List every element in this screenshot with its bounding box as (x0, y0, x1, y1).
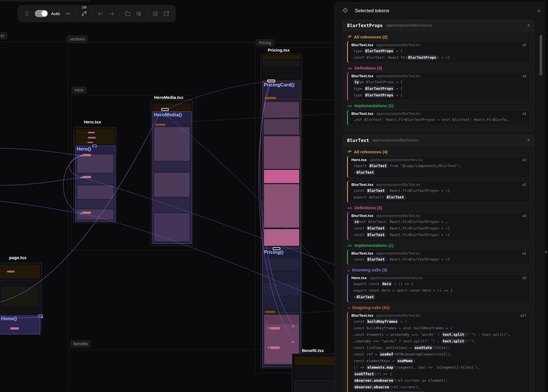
code-text: : React.FC<BlurTextProps> = ({ (385, 233, 450, 237)
connector-tag[interactable] (92, 145, 97, 147)
reference-group-header[interactable]: Hero.tsxapp/(home)/sections/Hero/Hero.ts… (351, 158, 526, 162)
reference-group[interactable]: BlurText.tsxapp/components/BlurText.tsxx… (347, 212, 530, 240)
forward-icon[interactable] (108, 11, 115, 17)
code-line[interactable]: import BlurText from "@/app/components/B… (351, 163, 526, 169)
reference-group-header[interactable]: BlurText.tsxapp/components/BlurText.tsxx… (351, 182, 526, 187)
code-line[interactable]: const BlurText: React.FC<BlurTextProps> … (351, 231, 526, 238)
section-header-implementations[interactable]: <>Implementations (1) (348, 103, 530, 108)
section-header-incoming[interactable]: ↙Incoming calls (3) (348, 268, 530, 272)
auto-toggle[interactable] (35, 10, 48, 17)
section-header-definitions[interactable]: <>Definitions (3) (348, 66, 530, 70)
code-line[interactable]: …onst elements = animateBy === "words" ?… (351, 331, 526, 338)
code-line[interactable]: <BlurText (351, 294, 526, 300)
reference-group[interactable]: BlurText.tsxapp/components/BlurText.tsxx… (347, 72, 530, 101)
reference-group[interactable]: BlurText.tsxapp/components/BlurText.tsxx… (347, 110, 530, 125)
token-cards-scroll[interactable]: BlurTextPropsapp/components/BlurText.tsx… (335, 19, 548, 392)
reference-group-header[interactable]: BlurText.tsxapp/components/BlurText.tsxx… (351, 313, 526, 318)
file-node-pricing[interactable]: PricingCard() Pricing() (261, 54, 302, 368)
code-line[interactable]: type BlurTextProps = { (351, 85, 526, 92)
code-line[interactable]: …nst BlurText: React.FC<BlurTextProps> =… (351, 116, 526, 123)
code-line[interactable]: export const Hero = xport const Hero = (… (351, 287, 526, 294)
connector-tag[interactable] (38, 314, 43, 317)
section-header-references[interactable]: All references (2) (348, 34, 530, 39)
code-line[interactable]: …imateBy === "words" ? text.split(" ") :… (351, 338, 526, 344)
code-line[interactable]: const buildKeyframes = onst buildKeyfram… (351, 325, 526, 331)
drag-grip-icon[interactable] (24, 11, 30, 17)
code-line[interactable]: const BlurText: React.FC<BlurTextProps> … (351, 256, 526, 263)
folder-icon[interactable] (125, 11, 131, 17)
file-tree-icon[interactable] (136, 11, 142, 17)
code-line[interactable]: const BlurText: React.FC<BlurTextProps> … (351, 54, 526, 61)
code-line[interactable]: <BlurText (351, 169, 526, 176)
code-line[interactable]: const [inView, setInView] = useState(fal… (351, 344, 526, 351)
code-line[interactable]: const buildKeyframes = ( (351, 318, 526, 325)
reference-group[interactable]: BlurText.tsxapp/components/BlurText.tsxx… (347, 312, 530, 392)
code-line[interactable]: type BlurTextProps = { (351, 79, 526, 85)
import-pill (88, 137, 96, 139)
function-node-pricing[interactable]: Pricing() (262, 248, 301, 367)
reference-group[interactable]: BlurText.tsxapp/components/BlurText.tsxx… (347, 181, 530, 203)
function-node-heromedia[interactable]: HeroMedia() (152, 111, 192, 244)
code-line[interactable]: export const Hero = () => { (351, 281, 526, 287)
connector-tag[interactable] (267, 80, 275, 82)
code-block (264, 283, 299, 296)
token-card-close-icon[interactable]: × (527, 137, 530, 143)
layers-icon[interactable] (152, 11, 158, 17)
code-line[interactable]: export default BlurText; (351, 194, 526, 200)
code-line[interactable]: observer.observe(ref.current); (351, 384, 526, 390)
group-tab-home[interactable]: e) (0, 32, 7, 39)
code-line[interactable]: type BlurTextProps = { (351, 48, 526, 54)
reference-group-header[interactable]: BlurText.tsxapp/components/BlurText.tsxx… (351, 43, 526, 47)
code-line[interactable]: const BlurText: React.FC<BlurTextProps> … (351, 225, 526, 231)
function-node-home[interactable]: Home() (0, 316, 40, 334)
auto-toggle-label: Auto (51, 11, 60, 16)
section-header-outgoing[interactable]: ↗Outgoing calls (41) (348, 305, 530, 310)
function-node-pricingcard[interactable]: PricingCard() (262, 81, 301, 248)
code-text: : React.FC<BlurTextProps> = ({ (385, 188, 450, 193)
connector-tag[interactable] (273, 247, 280, 250)
file-node-hero[interactable]: Hero() (74, 127, 116, 223)
group-tab-hero[interactable]: Hero (71, 86, 87, 94)
group-tab-benefits[interactable]: Benefits (70, 340, 91, 348)
collapse-chevron-icon[interactable]: ∨ (545, 250, 548, 254)
reference-group-header[interactable]: BlurText.tsxapp/components/BlurText.tsxx… (351, 74, 526, 78)
open-external-icon[interactable] (163, 11, 170, 17)
file-node-heromedia[interactable]: HeroMedia() (151, 100, 193, 246)
code-line[interactable]: () => elements.map((segment, idx) => `${… (351, 364, 526, 371)
reference-group-header[interactable]: BlurText.tsxapp/components/BlurText.tsxx… (351, 111, 526, 116)
reference-group[interactable]: Hero.tsxapp/(home)/sections/Hero/Hero.ts… (347, 156, 530, 178)
code-line[interactable]: type BlurTextProps = { (351, 92, 526, 98)
section-header-implementations[interactable]: <>Implementations (1) (348, 243, 530, 248)
code-line[interactable]: const BlurText: React.FC<BlurTextProps> … (351, 187, 526, 194)
section-header-references[interactable]: All references (4) (348, 149, 530, 154)
section-header-definitions[interactable]: <>Definitions (3) (348, 206, 530, 210)
back-icon[interactable] (97, 11, 104, 17)
gauge-icon[interactable] (65, 11, 71, 17)
token-card-header[interactable]: BlurTextPropsapp/components/BlurText.tsx… (343, 20, 534, 31)
code-line[interactable]: return () => observer.disconnect(); (351, 390, 526, 392)
rail-divider (545, 33, 548, 33)
group-tab-sections[interactable]: sections (67, 35, 88, 43)
reference-group-header[interactable]: BlurText.tsxapp/components/BlurText.tsxx… (351, 214, 526, 218)
token-card-close-icon[interactable]: × (527, 23, 530, 28)
code-line[interactable]: const BlurText: React.FC<BlurTextProps> … (351, 218, 526, 225)
reference-group[interactable]: BlurText.tsxapp/components/BlurText.tsxx… (347, 249, 530, 265)
history-branch[interactable]: 2/9 (81, 11, 87, 17)
panel-scrollbar-thumb[interactable] (539, 35, 542, 76)
function-node-hero[interactable]: Hero() (75, 146, 115, 222)
code-line[interactable]: useEffect(() => { (351, 371, 526, 377)
reference-group[interactable]: Hero.tsxapp/(home)/sections/Hero/Hero.ts… (347, 274, 530, 302)
reference-group[interactable]: BlurText.tsxapp/components/BlurText.tsxx… (347, 41, 530, 63)
token-card-header[interactable]: BlurTextapp/components/BlurText.tsx× (343, 135, 534, 146)
code-line[interactable]: const ref = useRef<HTMLHeadingElement>(n… (351, 351, 526, 358)
panel-close-icon[interactable]: × (537, 8, 541, 14)
code-line[interactable]: const elementKeys = useMemo( (351, 358, 526, 364)
reference-group-header[interactable]: BlurText.tsxapp/components/BlurText.tsxx… (351, 251, 526, 255)
group-tab-pricing[interactable]: Pricing (255, 39, 275, 46)
code-line[interactable]: observer.unobserve(ref.current as Elemen… (351, 377, 526, 384)
reference-group-header[interactable]: Hero.tsxapp/(home)/sections/Hero/Hero.ts… (351, 276, 526, 280)
connector-tag[interactable] (161, 108, 169, 111)
file-node-benefit[interactable] (292, 354, 337, 392)
file-node-page[interactable]: Home() (0, 263, 42, 330)
code-token-highlight: ty (354, 80, 360, 84)
